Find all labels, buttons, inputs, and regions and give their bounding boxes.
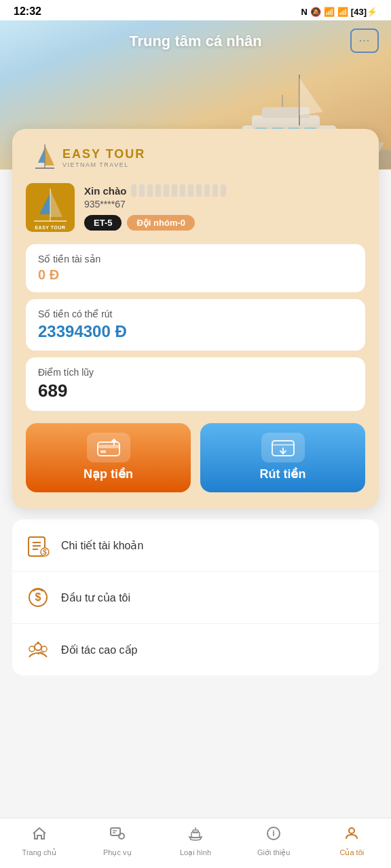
menu-label-0: Chi tiết tài khoản: [61, 539, 143, 552]
service-icon: [109, 825, 126, 846]
logo-main: EASY TOUR: [62, 147, 145, 161]
menu-item-2[interactable]: ★ Đối tác cao cấp: [12, 624, 379, 675]
nav-item-loaihinh[interactable]: Loại hình: [175, 825, 216, 857]
user-greeting: Xin chào: [84, 184, 365, 197]
stat-label-2: Điểm tích lũy: [38, 367, 353, 378]
user-badges: ET-5 Đội nhóm-0: [84, 215, 365, 231]
info-icon: i: [265, 825, 282, 846]
page-title: Trung tâm cá nhân: [129, 33, 262, 50]
partner-icon: ★: [26, 638, 50, 661]
profile-icon: [343, 825, 360, 846]
nav-item-home[interactable]: Trang chủ: [19, 825, 60, 857]
nap-tien-button[interactable]: Nạp tiền: [26, 423, 191, 492]
svg-text:$: $: [43, 549, 47, 556]
nav-item-gioithieu[interactable]: i Giới thiệu: [253, 825, 294, 857]
battery-icon: [43]⚡: [351, 7, 377, 17]
rut-icon-area: [261, 433, 305, 462]
svg-rect-17: [98, 442, 119, 456]
svg-text:★: ★: [36, 640, 40, 645]
mute-icon: 🔕: [310, 7, 321, 17]
svg-text:VIETNAM TRAVEL: VIETNAM TRAVEL: [33, 231, 67, 232]
user-name-blurred: [131, 184, 226, 197]
invest-icon: $: [26, 586, 50, 609]
menu-label-2: Đối tác cao cấp: [61, 644, 137, 656]
svg-text:$: $: [35, 591, 41, 603]
stat-value-1: 23394300 Đ: [38, 322, 353, 341]
user-info: Xin chào 935****67 ET-5 Đội nhóm-0: [84, 184, 365, 231]
nav-label-cuatoi: Của tôi: [339, 848, 364, 857]
logo-sail-icon: [33, 142, 57, 172]
stat-card-1: Số tiền có thể rút 23394300 Đ: [26, 299, 365, 351]
stat-label-1: Số tiền có thể rút: [38, 309, 353, 319]
svg-point-31: [29, 646, 35, 652]
ship-icon: [187, 825, 204, 846]
profile-card: EASY TOUR VIETNAM TRAVEL EASY TOUR VIETN…: [12, 129, 379, 509]
stat-label-0: Số tiền tài sản: [38, 254, 353, 264]
menu-item-0[interactable]: $ Chi tiết tài khoản: [12, 519, 379, 572]
badge-level: ET-5: [84, 215, 122, 231]
nap-icon-area: [87, 433, 130, 462]
stat-card-2: Điểm tích lũy 689: [26, 357, 365, 411]
stat-value-0: 0 Đ: [38, 267, 353, 283]
avatar-logo: EASY TOUR VIETNAM TRAVEL: [26, 183, 75, 232]
nav-label-home: Trang chủ: [22, 848, 56, 857]
nav-label-gioithieu: Giới thiệu: [257, 848, 290, 857]
nav-label-service: Phục vụ: [103, 848, 132, 857]
svg-rect-19: [100, 450, 106, 453]
signal-icon: 📶: [337, 7, 348, 17]
menu-icon-partner: ★: [24, 636, 52, 663]
action-row: Nạp tiền Rút tiền: [26, 423, 365, 492]
menu-icon-account: $: [24, 532, 52, 559]
menu-icon-invest: $: [24, 584, 52, 611]
svg-rect-39: [193, 830, 198, 833]
bottom-nav: Trang chủ Phục vụ Loại hình: [0, 818, 391, 868]
status-time: 12:32: [14, 5, 41, 18]
nfc-icon: N: [301, 7, 307, 17]
rut-icon: [271, 438, 295, 457]
svg-point-32: [41, 646, 47, 652]
menu-item-1[interactable]: $ Đầu tư của tôi: [12, 572, 379, 624]
user-row: EASY TOUR VIETNAM TRAVEL Xin chào 935***…: [26, 183, 365, 232]
svg-text:EASY TOUR: EASY TOUR: [35, 225, 65, 230]
badge-group: Đội nhóm-0: [127, 215, 195, 231]
chat-button[interactable]: [350, 28, 379, 53]
status-bar: 12:32 N 🔕 📶 📶 [43]⚡: [0, 0, 391, 20]
user-avatar: EASY TOUR VIETNAM TRAVEL: [26, 183, 75, 232]
nav-label-loaihinh: Loại hình: [180, 848, 211, 857]
rut-tien-button[interactable]: Rút tiền: [200, 423, 365, 492]
user-phone: 935****67: [84, 199, 365, 210]
status-icons: N 🔕 📶 📶 [43]⚡: [301, 7, 377, 17]
nap-icon: [96, 438, 121, 457]
stat-card-0: Số tiền tài sản 0 Đ: [26, 244, 365, 292]
stat-value-2: 689: [38, 380, 353, 401]
menu-list: $ Chi tiết tài khoản $ Đầu tư của tôi ★: [12, 519, 379, 675]
svg-point-43: [349, 828, 354, 833]
home-icon: [31, 825, 48, 846]
nav-item-service[interactable]: Phục vụ: [97, 825, 138, 857]
rut-tien-label: Rút tiền: [260, 467, 306, 481]
svg-point-35: [119, 833, 124, 839]
nap-tien-label: Nạp tiền: [83, 467, 133, 481]
logo-text: EASY TOUR VIETNAM TRAVEL: [62, 147, 145, 168]
svg-rect-18: [98, 445, 119, 448]
svg-text:i: i: [272, 829, 274, 838]
menu-label-1: Đầu tư của tôi: [61, 591, 130, 604]
wifi-icon: 📶: [324, 7, 335, 17]
nav-item-cuatoi[interactable]: Của tôi: [331, 825, 372, 857]
account-detail-icon: $: [26, 534, 50, 557]
easy-tour-logo: EASY TOUR VIETNAM TRAVEL: [26, 142, 365, 172]
logo-sub: VIETNAM TRAVEL: [62, 161, 145, 168]
